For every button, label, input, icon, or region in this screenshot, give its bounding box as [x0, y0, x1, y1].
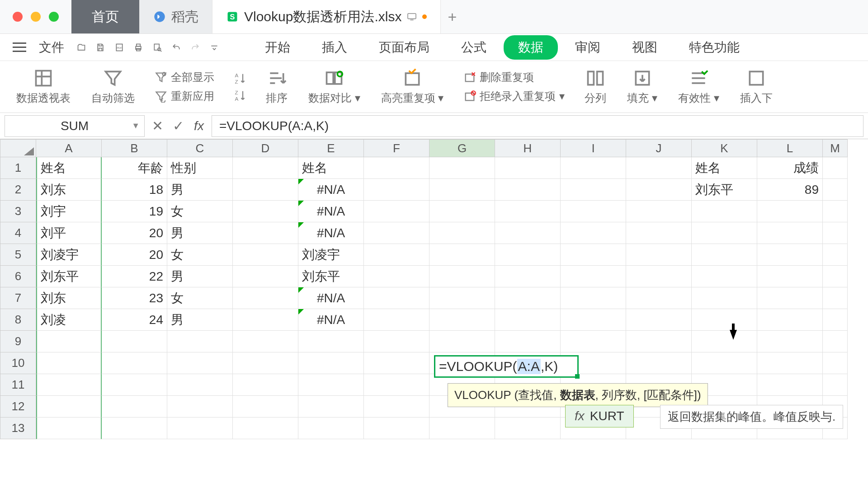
col-header-F[interactable]: F: [364, 139, 429, 157]
cell-B9[interactable]: [102, 331, 167, 352]
home-tab[interactable]: 首页: [71, 0, 140, 33]
cell-A5[interactable]: 刘凌宇: [36, 244, 102, 266]
cancel-formula-button[interactable]: ✕: [149, 118, 165, 134]
cell-K4[interactable]: [692, 222, 757, 244]
cell-C10[interactable]: [167, 352, 233, 374]
cell-E8[interactable]: #N/A: [298, 309, 364, 331]
row-header-9[interactable]: 9: [0, 331, 36, 352]
cell-D4[interactable]: [233, 222, 298, 244]
cell-A11[interactable]: [36, 374, 102, 396]
daoke-tab[interactable]: 稻壳: [140, 0, 212, 33]
menu-tab-feature[interactable]: 特色功能: [675, 39, 754, 56]
cell-B8[interactable]: 24: [102, 309, 167, 331]
cell-E12[interactable]: [298, 396, 364, 418]
menu-tab-review[interactable]: 审阅: [561, 39, 615, 56]
cell-B10[interactable]: [102, 352, 167, 374]
cell-I7[interactable]: [561, 287, 626, 309]
print-icon[interactable]: [130, 39, 146, 56]
cell-K5[interactable]: [692, 244, 757, 266]
open-icon[interactable]: [73, 39, 90, 56]
more-quick-access-icon[interactable]: [206, 39, 222, 56]
text-to-columns-button[interactable]: 分列: [576, 68, 614, 105]
col-header-D[interactable]: D: [233, 139, 298, 157]
file-menu[interactable]: 文件: [33, 39, 71, 56]
cell-E4[interactable]: #N/A: [298, 222, 364, 244]
formula-input[interactable]: =VLOOKUP(A:A,K): [212, 115, 863, 137]
cell-A12[interactable]: [36, 396, 102, 418]
insert-dropdown-button[interactable]: 插入下: [732, 68, 781, 105]
row-header-6[interactable]: 6: [0, 266, 36, 287]
cell-F10[interactable]: [364, 352, 429, 374]
cell-H8[interactable]: [495, 309, 561, 331]
cell-K3[interactable]: [692, 201, 757, 222]
row-header-7[interactable]: 7: [0, 287, 36, 309]
cell-H2[interactable]: [495, 179, 561, 201]
select-all-corner[interactable]: [0, 139, 36, 157]
minimize-window-button[interactable]: [31, 12, 41, 22]
cell-B3[interactable]: 19: [102, 201, 167, 222]
cell-I4[interactable]: [561, 222, 626, 244]
row-header-5[interactable]: 5: [0, 244, 36, 266]
col-header-I[interactable]: I: [561, 139, 626, 157]
row-header-1[interactable]: 1: [0, 157, 36, 179]
cell-D11[interactable]: [233, 374, 298, 396]
cell-E7[interactable]: #N/A: [298, 287, 364, 309]
cell-A13[interactable]: [36, 418, 102, 439]
cell-H7[interactable]: [495, 287, 561, 309]
cell-C3[interactable]: 女: [167, 201, 233, 222]
menu-tab-insert[interactable]: 插入: [307, 39, 362, 56]
fx-button[interactable]: fx: [191, 118, 207, 134]
cell-C5[interactable]: 女: [167, 244, 233, 266]
cell-B7[interactable]: 23: [102, 287, 167, 309]
cell-M11[interactable]: [823, 374, 848, 396]
cell-E10[interactable]: [298, 352, 364, 374]
cell-H6[interactable]: [495, 266, 561, 287]
cell-F11[interactable]: [364, 374, 429, 396]
cell-E6[interactable]: 刘东平: [298, 266, 364, 287]
cell-I1[interactable]: [561, 157, 626, 179]
cell-I5[interactable]: [561, 244, 626, 266]
cell-F6[interactable]: [364, 266, 429, 287]
cell-D1[interactable]: [233, 157, 298, 179]
cell-D3[interactable]: [233, 201, 298, 222]
cell-F2[interactable]: [364, 179, 429, 201]
print-preview-icon[interactable]: [149, 39, 165, 56]
save-icon[interactable]: [92, 39, 108, 56]
cell-H1[interactable]: [495, 157, 561, 179]
cell-I9[interactable]: [561, 331, 626, 352]
export-pdf-icon[interactable]: PDF: [111, 39, 127, 56]
cell-H13[interactable]: [495, 418, 561, 439]
cell-F12[interactable]: [364, 396, 429, 418]
cell-G4[interactable]: [429, 222, 495, 244]
pivot-table-button[interactable]: 数据透视表: [8, 68, 79, 105]
cell-D5[interactable]: [233, 244, 298, 266]
cell-G3[interactable]: [429, 201, 495, 222]
cell-J10[interactable]: [626, 352, 692, 374]
fill-button[interactable]: 填充 ▾: [619, 68, 665, 105]
cell-D13[interactable]: [233, 418, 298, 439]
cell-L11[interactable]: [757, 374, 823, 396]
cell-A6[interactable]: 刘东平: [36, 266, 102, 287]
close-window-button[interactable]: [13, 12, 23, 22]
reapply-button[interactable]: 重新应用: [155, 89, 214, 103]
cell-J7[interactable]: [626, 287, 692, 309]
undo-icon[interactable]: [168, 39, 184, 56]
cell-J1[interactable]: [626, 157, 692, 179]
cell-A9[interactable]: [36, 331, 102, 352]
cell-B12[interactable]: [102, 396, 167, 418]
validity-button[interactable]: 有效性 ▾: [670, 68, 727, 105]
col-header-E[interactable]: E: [298, 139, 364, 157]
cell-A8[interactable]: 刘凌: [36, 309, 102, 331]
cell-H4[interactable]: [495, 222, 561, 244]
highlight-duplicates-button[interactable]: 高亮重复项 ▾: [373, 68, 452, 105]
cell-K10[interactable]: [692, 352, 757, 374]
cell-C9[interactable]: [167, 331, 233, 352]
cell-F9[interactable]: [364, 331, 429, 352]
cell-L2[interactable]: 89: [757, 179, 823, 201]
autofilter-button[interactable]: 自动筛选: [83, 68, 143, 105]
cell-A3[interactable]: 刘宇: [36, 201, 102, 222]
row-header-13[interactable]: 13: [0, 418, 36, 439]
cell-M7[interactable]: [823, 287, 848, 309]
menu-tab-data[interactable]: 数据: [504, 35, 558, 60]
cell-K6[interactable]: [692, 266, 757, 287]
